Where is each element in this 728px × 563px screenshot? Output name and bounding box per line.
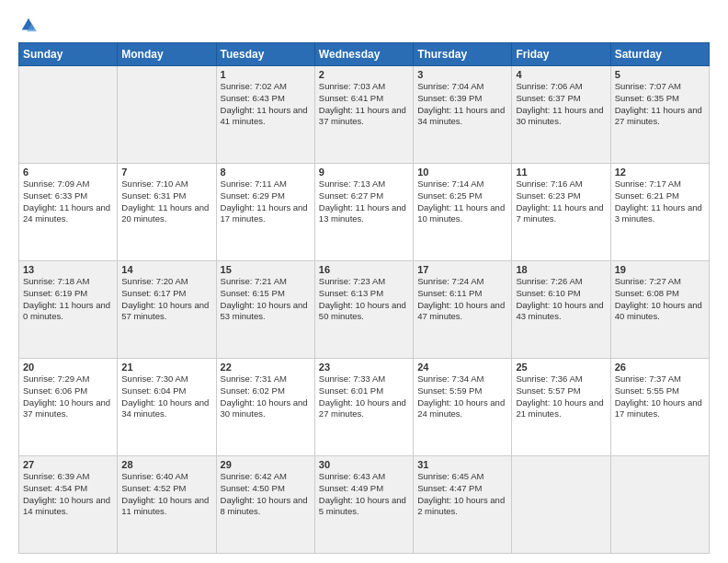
day-info: Sunrise: 7:03 AM Sunset: 6:41 PM Dayligh… (319, 81, 409, 128)
day-number: 21 (121, 362, 211, 373)
day-number: 25 (516, 362, 606, 373)
day-info: Sunrise: 7:06 AM Sunset: 6:37 PM Dayligh… (516, 81, 606, 128)
calendar-cell: 3Sunrise: 7:04 AM Sunset: 6:39 PM Daylig… (414, 66, 512, 164)
calendar-cell (19, 66, 118, 164)
calendar-cell: 6Sunrise: 7:09 AM Sunset: 6:33 PM Daylig… (19, 164, 118, 261)
day-info: Sunrise: 7:36 AM Sunset: 5:57 PM Dayligh… (516, 373, 606, 420)
day-number: 19 (615, 264, 705, 275)
calendar-cell: 11Sunrise: 7:16 AM Sunset: 6:23 PM Dayli… (512, 164, 610, 261)
calendar-cell: 17Sunrise: 7:24 AM Sunset: 6:11 PM Dayli… (414, 261, 512, 359)
calendar-cell: 22Sunrise: 7:31 AM Sunset: 6:02 PM Dayli… (216, 359, 314, 456)
day-number: 11 (516, 167, 606, 178)
weekday-header-saturday: Saturday (610, 43, 709, 66)
day-info: Sunrise: 7:29 AM Sunset: 6:06 PM Dayligh… (23, 373, 113, 420)
calendar-cell: 21Sunrise: 7:30 AM Sunset: 6:04 PM Dayli… (118, 359, 216, 456)
calendar-cell (118, 66, 216, 164)
day-info: Sunrise: 7:21 AM Sunset: 6:15 PM Dayligh… (221, 276, 311, 323)
day-number: 16 (319, 264, 409, 275)
calendar-cell: 24Sunrise: 7:34 AM Sunset: 5:59 PM Dayli… (414, 359, 512, 456)
week-row-1: 1Sunrise: 7:02 AM Sunset: 6:43 PM Daylig… (19, 66, 710, 164)
day-info: Sunrise: 7:16 AM Sunset: 6:23 PM Dayligh… (516, 178, 606, 225)
logo-icon (20, 17, 37, 33)
day-number: 23 (319, 362, 409, 373)
day-number: 27 (23, 459, 113, 470)
calendar-cell: 31Sunrise: 6:45 AM Sunset: 4:47 PM Dayli… (414, 456, 512, 554)
calendar-cell: 10Sunrise: 7:14 AM Sunset: 6:25 PM Dayli… (414, 164, 512, 261)
calendar-cell: 8Sunrise: 7:11 AM Sunset: 6:29 PM Daylig… (216, 164, 314, 261)
day-info: Sunrise: 7:17 AM Sunset: 6:21 PM Dayligh… (615, 178, 705, 225)
day-info: Sunrise: 7:37 AM Sunset: 5:55 PM Dayligh… (615, 373, 705, 420)
day-info: Sunrise: 7:14 AM Sunset: 6:25 PM Dayligh… (417, 178, 507, 225)
day-info: Sunrise: 6:45 AM Sunset: 4:47 PM Dayligh… (417, 471, 507, 518)
day-number: 26 (615, 362, 705, 373)
day-number: 1 (221, 69, 311, 80)
day-info: Sunrise: 7:07 AM Sunset: 6:35 PM Dayligh… (615, 81, 705, 128)
calendar-cell: 4Sunrise: 7:06 AM Sunset: 6:37 PM Daylig… (512, 66, 610, 164)
day-info: Sunrise: 7:30 AM Sunset: 6:04 PM Dayligh… (121, 373, 211, 420)
day-info: Sunrise: 7:27 AM Sunset: 6:08 PM Dayligh… (615, 276, 705, 323)
day-info: Sunrise: 7:11 AM Sunset: 6:29 PM Dayligh… (221, 178, 311, 225)
day-number: 13 (23, 264, 113, 275)
day-number: 4 (516, 69, 606, 80)
day-number: 17 (417, 264, 507, 275)
calendar-cell: 18Sunrise: 7:26 AM Sunset: 6:10 PM Dayli… (512, 261, 610, 359)
calendar-cell: 20Sunrise: 7:29 AM Sunset: 6:06 PM Dayli… (19, 359, 118, 456)
day-info: Sunrise: 7:10 AM Sunset: 6:31 PM Dayligh… (121, 178, 211, 225)
day-number: 28 (121, 459, 211, 470)
logo (18, 17, 37, 33)
week-row-3: 13Sunrise: 7:18 AM Sunset: 6:19 PM Dayli… (19, 261, 710, 359)
day-info: Sunrise: 7:20 AM Sunset: 6:17 PM Dayligh… (121, 276, 211, 323)
day-number: 29 (221, 459, 311, 470)
day-info: Sunrise: 7:26 AM Sunset: 6:10 PM Dayligh… (516, 276, 606, 323)
day-info: Sunrise: 7:24 AM Sunset: 6:11 PM Dayligh… (417, 276, 507, 323)
day-number: 6 (23, 167, 113, 178)
weekday-header-monday: Monday (118, 43, 216, 66)
day-number: 14 (121, 264, 211, 275)
day-number: 20 (23, 362, 113, 373)
day-number: 8 (221, 167, 311, 178)
day-number: 22 (221, 362, 311, 373)
day-info: Sunrise: 6:42 AM Sunset: 4:50 PM Dayligh… (221, 471, 311, 518)
day-info: Sunrise: 6:39 AM Sunset: 4:54 PM Dayligh… (23, 471, 113, 518)
calendar-cell: 29Sunrise: 6:42 AM Sunset: 4:50 PM Dayli… (216, 456, 314, 554)
day-info: Sunrise: 7:18 AM Sunset: 6:19 PM Dayligh… (23, 276, 113, 323)
weekday-header-thursday: Thursday (414, 43, 512, 66)
calendar: SundayMondayTuesdayWednesdayThursdayFrid… (18, 42, 710, 554)
calendar-cell: 25Sunrise: 7:36 AM Sunset: 5:57 PM Dayli… (512, 359, 610, 456)
day-info: Sunrise: 6:40 AM Sunset: 4:52 PM Dayligh… (121, 471, 211, 518)
day-number: 9 (319, 167, 409, 178)
day-info: Sunrise: 7:02 AM Sunset: 6:43 PM Dayligh… (221, 81, 311, 128)
day-info: Sunrise: 7:09 AM Sunset: 6:33 PM Dayligh… (23, 178, 113, 225)
weekday-header-tuesday: Tuesday (216, 43, 314, 66)
calendar-cell: 16Sunrise: 7:23 AM Sunset: 6:13 PM Dayli… (314, 261, 413, 359)
calendar-cell: 12Sunrise: 7:17 AM Sunset: 6:21 PM Dayli… (610, 164, 709, 261)
calendar-cell: 5Sunrise: 7:07 AM Sunset: 6:35 PM Daylig… (610, 66, 709, 164)
header (18, 17, 710, 33)
calendar-cell: 28Sunrise: 6:40 AM Sunset: 4:52 PM Dayli… (118, 456, 216, 554)
day-number: 31 (417, 459, 507, 470)
calendar-cell: 9Sunrise: 7:13 AM Sunset: 6:27 PM Daylig… (314, 164, 413, 261)
week-row-2: 6Sunrise: 7:09 AM Sunset: 6:33 PM Daylig… (19, 164, 710, 261)
weekday-header-row: SundayMondayTuesdayWednesdayThursdayFrid… (19, 43, 710, 66)
day-number: 24 (417, 362, 507, 373)
day-number: 15 (221, 264, 311, 275)
day-info: Sunrise: 7:04 AM Sunset: 6:39 PM Dayligh… (417, 81, 507, 128)
day-number: 2 (319, 69, 409, 80)
day-number: 10 (417, 167, 507, 178)
calendar-cell: 26Sunrise: 7:37 AM Sunset: 5:55 PM Dayli… (610, 359, 709, 456)
calendar-cell: 27Sunrise: 6:39 AM Sunset: 4:54 PM Dayli… (19, 456, 118, 554)
day-number: 18 (516, 264, 606, 275)
day-number: 7 (121, 167, 211, 178)
week-row-4: 20Sunrise: 7:29 AM Sunset: 6:06 PM Dayli… (19, 359, 710, 456)
day-number: 3 (417, 69, 507, 80)
calendar-cell: 14Sunrise: 7:20 AM Sunset: 6:17 PM Dayli… (118, 261, 216, 359)
calendar-cell: 2Sunrise: 7:03 AM Sunset: 6:41 PM Daylig… (314, 66, 413, 164)
calendar-cell: 15Sunrise: 7:21 AM Sunset: 6:15 PM Dayli… (216, 261, 314, 359)
calendar-cell: 19Sunrise: 7:27 AM Sunset: 6:08 PM Dayli… (610, 261, 709, 359)
weekday-header-sunday: Sunday (19, 43, 118, 66)
calendar-cell: 30Sunrise: 6:43 AM Sunset: 4:49 PM Dayli… (314, 456, 413, 554)
calendar-cell: 7Sunrise: 7:10 AM Sunset: 6:31 PM Daylig… (118, 164, 216, 261)
day-info: Sunrise: 6:43 AM Sunset: 4:49 PM Dayligh… (319, 471, 409, 518)
day-info: Sunrise: 7:31 AM Sunset: 6:02 PM Dayligh… (221, 373, 311, 420)
day-number: 12 (615, 167, 705, 178)
